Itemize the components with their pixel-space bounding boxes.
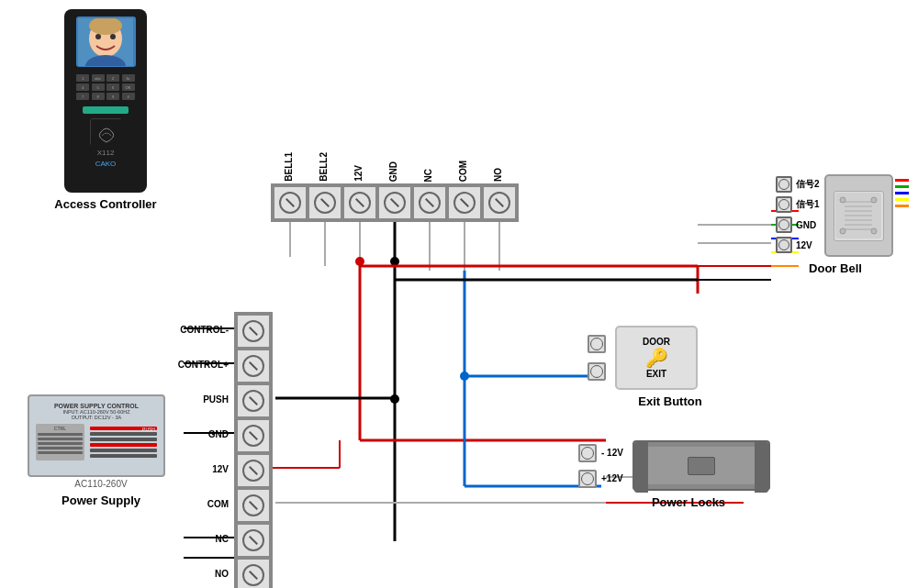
controller-screen bbox=[76, 17, 136, 67]
power-supply: POWER SUPPLY CONTROL INPUT: AC110-260V 5… bbox=[28, 394, 174, 507]
lock-label-plus12v: +12V bbox=[601, 473, 623, 483]
db-label-gnd: GND bbox=[796, 220, 816, 230]
key-8: 8 bbox=[92, 93, 105, 100]
screw-gnd-top bbox=[377, 185, 412, 220]
screw-bell1 bbox=[273, 185, 308, 220]
svg-point-13 bbox=[355, 257, 364, 266]
svg-point-60 bbox=[871, 197, 877, 203]
ps-inner: POWER SUPPLY CONTROL INPUT: AC110-260V 5… bbox=[32, 399, 161, 472]
exit-screw-2 bbox=[588, 362, 606, 381]
label-gnd-left: GND bbox=[178, 416, 234, 451]
label-gnd-top: GND bbox=[375, 142, 410, 183]
svg-point-11 bbox=[390, 394, 399, 404]
terminal-block-left: CONTROL- CONTROL+ PUSH GND 12V COM NC NO bbox=[234, 312, 273, 588]
door-bell-terminals: 信号2 信号1 GND 12V bbox=[776, 174, 820, 257]
door-bell: 信号2 信号1 GND 12V bbox=[776, 174, 895, 275]
label-bell2: BELL2 bbox=[306, 142, 341, 183]
screw-no-top bbox=[482, 185, 517, 220]
exit-conn-terminals bbox=[588, 335, 606, 381]
key-abc: abc bbox=[92, 74, 105, 82]
label-no-top: NO bbox=[480, 142, 515, 183]
power-supply-body: POWER SUPPLY CONTROL INPUT: AC110-260V 5… bbox=[28, 394, 165, 477]
db-screw-signal1 bbox=[776, 196, 792, 213]
power-locks-content: - 12V +12V bbox=[578, 440, 799, 491]
controller-fingerprint bbox=[90, 118, 122, 146]
svg-point-10 bbox=[390, 257, 399, 266]
ps-text-title: POWER SUPPLY CONTROL bbox=[36, 403, 157, 409]
door-bell-content: 信号2 信号1 GND 12V bbox=[776, 174, 895, 257]
terminal-block-top: BELL1 BELL2 12V GND NC COM NO bbox=[271, 142, 519, 222]
label-12v-top: 12V bbox=[341, 142, 375, 183]
db-screw-gnd bbox=[776, 216, 792, 233]
access-controller: 1 abc 2 6c 4 5 6 OK 7 8 9 # bbox=[46, 9, 165, 211]
power-locks: - 12V +12V Power Locks bbox=[578, 440, 799, 509]
svg-point-62 bbox=[871, 228, 877, 234]
label-12v-left: 12V bbox=[178, 451, 234, 486]
key-ok: OK bbox=[122, 83, 135, 91]
screw-com-top bbox=[447, 185, 482, 220]
label-bell1: BELL1 bbox=[271, 142, 306, 183]
svg-point-18 bbox=[460, 372, 469, 381]
label-nc-top: NC bbox=[410, 142, 445, 183]
screw-gnd-left bbox=[236, 418, 271, 453]
exit-button: DOOR 🔑 EXIT Exit Button bbox=[588, 326, 753, 408]
ps-text-output: OUTPUT: DC12V - 3A bbox=[36, 415, 157, 420]
label-control-plus: CONTROL+ bbox=[178, 347, 234, 382]
door-bell-label: Door Bell bbox=[776, 261, 895, 275]
controller-brand: X112 bbox=[97, 149, 115, 157]
exit-button-content: DOOR 🔑 EXIT bbox=[588, 326, 753, 390]
controller-logo: CAKO bbox=[95, 160, 117, 168]
key-6: 6 bbox=[106, 83, 119, 91]
door-bell-body bbox=[824, 174, 893, 257]
screw-control-plus bbox=[236, 349, 271, 383]
exit-door-text: DOOR bbox=[643, 337, 670, 347]
power-locks-body bbox=[633, 440, 770, 491]
lock-screw-minus12v bbox=[578, 444, 597, 462]
key-7: 7 bbox=[76, 93, 89, 100]
screw-nc-left bbox=[236, 523, 271, 558]
key-3: 4 bbox=[76, 83, 89, 91]
screw-control-minus bbox=[236, 314, 271, 349]
exit-key-icon: 🔑 bbox=[645, 347, 668, 369]
exit-button-label: Exit Button bbox=[588, 394, 753, 408]
screw-12v-top bbox=[342, 185, 377, 220]
screw-nc-top bbox=[412, 185, 447, 220]
db-screw-signal2 bbox=[776, 176, 792, 193]
label-nc-left: NC bbox=[178, 521, 234, 556]
db-screw-12v bbox=[776, 237, 792, 253]
svg-point-61 bbox=[840, 228, 845, 234]
controller-keypad: 1 abc 2 6c 4 5 6 OK 7 8 9 # bbox=[73, 72, 138, 103]
label-control-minus: CONTROL- bbox=[178, 312, 234, 347]
key-6c: 6c bbox=[122, 74, 135, 82]
db-label-12v: 12V bbox=[796, 240, 812, 250]
key-5: 5 bbox=[92, 83, 105, 91]
exit-exit-text: EXIT bbox=[646, 369, 666, 379]
svg-point-48 bbox=[110, 34, 116, 39]
label-com-top: COM bbox=[445, 142, 480, 183]
screw-bell2 bbox=[308, 185, 342, 220]
controller-body: 1 abc 2 6c 4 5 6 OK 7 8 9 # bbox=[64, 9, 147, 193]
wiring-diagram: 1 abc 2 6c 4 5 6 OK 7 8 9 # bbox=[0, 0, 918, 588]
door-bell-speaker bbox=[834, 191, 884, 241]
svg-point-59 bbox=[840, 197, 845, 203]
exit-button-body: DOOR 🔑 EXIT bbox=[615, 326, 698, 390]
power-locks-label: Power Locks bbox=[578, 495, 799, 509]
db-label-signal1: 信号1 bbox=[796, 198, 820, 211]
screw-com-left bbox=[236, 488, 271, 523]
exit-screw-1 bbox=[588, 335, 606, 353]
power-supply-label: Power Supply bbox=[28, 494, 174, 507]
db-label-signal2: 信号2 bbox=[796, 178, 820, 191]
key-hash: # bbox=[122, 93, 135, 100]
label-push: PUSH bbox=[178, 382, 234, 416]
lock-screw-plus12v bbox=[578, 470, 597, 488]
key-1: 1 bbox=[76, 74, 89, 82]
screw-push bbox=[236, 383, 271, 418]
screw-no-left bbox=[236, 558, 271, 588]
lock-label-minus12v: - 12V bbox=[601, 448, 623, 458]
key-2: 2 bbox=[106, 74, 119, 82]
key-9: 9 bbox=[106, 93, 119, 100]
ps-ac-label: AC110-260V bbox=[28, 479, 174, 489]
svg-point-47 bbox=[95, 34, 101, 39]
label-no-left: NO bbox=[178, 556, 234, 588]
screw-12v-left bbox=[236, 453, 271, 488]
